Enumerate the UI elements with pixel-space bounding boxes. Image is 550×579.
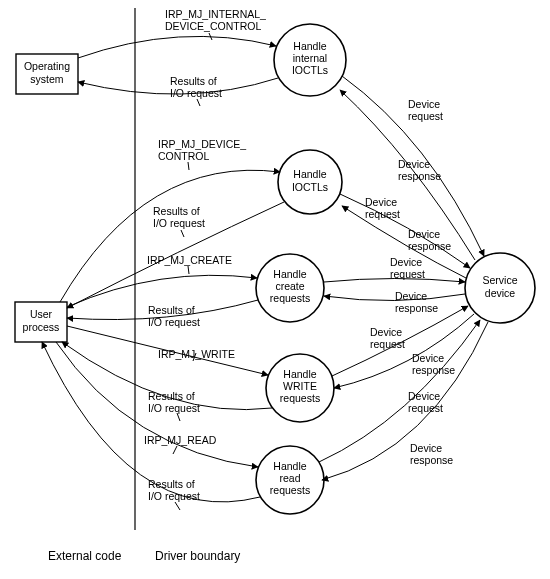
- node-os-label-2: system: [30, 73, 64, 85]
- label-external-code: External code: [48, 549, 122, 563]
- label-results5-l2: I/O request: [148, 490, 200, 502]
- svg-text:WRITE: WRITE: [283, 380, 317, 392]
- svg-text:Handle: Handle: [283, 368, 316, 380]
- node-operating-system: Operating system: [16, 54, 78, 94]
- svg-line-31: [173, 446, 177, 454]
- label-driver-boundary: Driver boundary: [155, 549, 240, 563]
- svg-text:requests: requests: [270, 292, 310, 304]
- svg-text:Device: Device: [410, 442, 442, 454]
- label-results1-l2: I/O request: [170, 87, 222, 99]
- label-irp-internal-1: IRP_MJ_INTERNAL_: [165, 8, 266, 20]
- svg-line-30: [177, 413, 180, 421]
- svg-text:Device: Device: [408, 390, 440, 402]
- node-user-label-1: User: [30, 308, 53, 320]
- svg-text:Device: Device: [390, 256, 422, 268]
- svg-line-32: [175, 502, 180, 510]
- svg-text:requests: requests: [280, 392, 320, 404]
- svg-text:create: create: [275, 280, 304, 292]
- label-results2-l2: I/O request: [153, 217, 205, 229]
- svg-text:Device: Device: [370, 326, 402, 338]
- label-results3-l2: I/O request: [148, 316, 200, 328]
- label-results3-l1: Results of: [148, 304, 195, 316]
- node-handle-read-requests: Handle read requests: [256, 446, 324, 514]
- svg-text:Handle: Handle: [273, 268, 306, 280]
- svg-text:request: request: [390, 268, 425, 280]
- node-user-label-2: process: [23, 321, 60, 333]
- svg-text:request: request: [365, 208, 400, 220]
- svg-text:response: response: [412, 364, 455, 376]
- svg-line-25: [197, 99, 200, 106]
- svg-text:response: response: [410, 454, 453, 466]
- svg-text:Device: Device: [412, 352, 444, 364]
- svg-text:read: read: [279, 472, 300, 484]
- svg-text:response: response: [395, 302, 438, 314]
- edge-os-to-internal-ioctls: [78, 36, 276, 58]
- label-irp-create: IRP_MJ_CREATE: [147, 254, 232, 266]
- node-handle-internal-ioctls: Handle internal IOCTLs: [274, 24, 346, 96]
- label-irp-devctl-2: CONTROL: [158, 150, 209, 162]
- node-user-process: User process: [15, 302, 67, 342]
- svg-text:Device: Device: [365, 196, 397, 208]
- svg-line-27: [181, 230, 184, 237]
- svg-text:Service: Service: [482, 274, 517, 286]
- node-handle-write-requests: Handle WRITE requests: [266, 354, 334, 422]
- label-irp-devctl-1: IRP_MJ_DEVICE_: [158, 138, 246, 150]
- node-service-device: Service device: [465, 253, 535, 323]
- label-irp-write: IRP_MJ_WRITE: [158, 348, 235, 360]
- node-os-label-1: Operating: [24, 60, 70, 72]
- label-results1-l1: Results of: [170, 75, 217, 87]
- node-handle-ioctls: Handle IOCTLs: [278, 150, 342, 214]
- svg-line-28: [188, 266, 189, 274]
- svg-text:Device: Device: [408, 98, 440, 110]
- edge-user-to-ioctls: [60, 170, 280, 302]
- svg-text:Handle: Handle: [273, 460, 306, 472]
- svg-text:response: response: [398, 170, 441, 182]
- svg-text:Device: Device: [395, 290, 427, 302]
- svg-text:Device: Device: [398, 158, 430, 170]
- label-results5-l1: Results of: [148, 478, 195, 490]
- label-results2-l1: Results of: [153, 205, 200, 217]
- svg-text:response: response: [408, 240, 451, 252]
- label-results4-l1: Results of: [148, 390, 195, 402]
- svg-text:Device: Device: [408, 228, 440, 240]
- svg-text:requests: requests: [270, 484, 310, 496]
- svg-text:internal: internal: [293, 52, 327, 64]
- svg-line-26: [188, 162, 189, 170]
- edge-service-to-write: [334, 314, 474, 388]
- edge-user-to-create: [67, 275, 257, 307]
- label-irp-read: IRP_MJ_READ: [144, 434, 217, 446]
- svg-text:Handle: Handle: [293, 168, 326, 180]
- svg-text:IOCTLs: IOCTLs: [292, 64, 328, 76]
- label-results4-l2: I/O request: [148, 402, 200, 414]
- svg-text:request: request: [408, 110, 443, 122]
- svg-text:Handle: Handle: [293, 40, 326, 52]
- label-irp-internal-2: DEVICE_CONTROL: [165, 20, 261, 32]
- svg-text:IOCTLs: IOCTLs: [292, 181, 328, 193]
- svg-text:request: request: [370, 338, 405, 350]
- node-handle-create-requests: Handle create requests: [256, 254, 324, 322]
- svg-text:device: device: [485, 287, 516, 299]
